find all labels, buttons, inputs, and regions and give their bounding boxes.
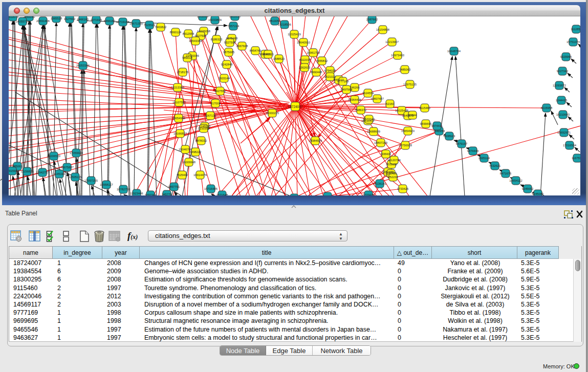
svg-text:6497568: 6497568	[341, 88, 353, 91]
svg-text:26053346: 26053346	[76, 64, 90, 67]
svg-text:12093872: 12093872	[553, 84, 566, 87]
svg-text:1733426: 1733426	[363, 193, 375, 195]
svg-text:885061: 885061	[12, 165, 22, 168]
svg-text:15692971: 15692971	[557, 131, 571, 134]
svg-text:1233358: 1233358	[198, 127, 210, 130]
svg-text:12213967: 12213967	[385, 40, 399, 43]
svg-text:18724007: 18724007	[288, 105, 303, 108]
svg-text:9646821: 9646821	[263, 53, 274, 56]
svg-text:10120746: 10120746	[387, 159, 401, 162]
svg-text:1571648: 1571648	[216, 193, 228, 195]
svg-text:20206533: 20206533	[47, 155, 60, 158]
svg-text:10654112: 10654112	[509, 179, 522, 182]
svg-text:7955812: 7955812	[316, 59, 328, 62]
svg-text:10756928: 10756928	[399, 144, 412, 147]
svg-text:145779: 145779	[322, 195, 332, 195]
svg-text:16543362: 16543362	[189, 39, 202, 42]
svg-text:9457791: 9457791	[168, 185, 180, 188]
svg-text:96844: 96844	[408, 114, 417, 117]
svg-text:16914479: 16914479	[193, 173, 207, 177]
svg-text:1167534: 1167534	[572, 157, 580, 160]
svg-text:10807487: 10807487	[371, 97, 384, 100]
svg-text:1733426: 1733426	[397, 187, 409, 190]
svg-text:391594: 391594	[9, 169, 17, 172]
svg-text:13226058: 13226058	[197, 30, 210, 33]
svg-text:16782759: 16782759	[117, 188, 130, 191]
svg-text:3624554: 3624554	[362, 92, 374, 95]
svg-text:15716485: 15716485	[204, 187, 217, 190]
svg-text:19218506: 19218506	[278, 23, 291, 26]
svg-text:7463822: 7463822	[155, 26, 167, 29]
svg-text:1362615: 1362615	[299, 66, 311, 69]
svg-text:1663809: 1663809	[197, 16, 209, 18]
svg-text:14136141: 14136141	[373, 182, 386, 185]
svg-text:9777169: 9777169	[337, 80, 349, 83]
svg-text:20364436: 20364436	[348, 98, 361, 101]
svg-text:12975135: 12975135	[403, 83, 417, 86]
svg-text:17957255: 17957255	[84, 179, 98, 182]
svg-text:2069140: 2069140	[24, 16, 35, 18]
svg-text:10025438: 10025438	[395, 109, 408, 112]
svg-text:16154808: 16154808	[376, 28, 389, 31]
svg-text:9115460: 9115460	[419, 106, 430, 110]
svg-text:7515521: 7515521	[144, 24, 156, 27]
svg-text:945779: 945779	[162, 193, 171, 195]
svg-text:11325419: 11325419	[288, 33, 300, 36]
svg-text:1015132: 1015132	[386, 163, 398, 166]
svg-text:989018: 989018	[182, 56, 192, 59]
svg-text:6466160: 6466160	[104, 19, 116, 23]
svg-text:11923446: 11923446	[130, 192, 143, 195]
svg-text:3267130: 3267130	[205, 114, 216, 117]
svg-text:12505135: 12505135	[69, 176, 82, 179]
svg-text:2087662: 2087662	[366, 18, 378, 21]
svg-text:18807249: 18807249	[374, 141, 387, 144]
svg-text:1145194: 1145194	[54, 172, 66, 176]
svg-text:3875685: 3875685	[223, 51, 235, 54]
svg-text:16210643: 16210643	[556, 113, 570, 116]
svg-text:11156829: 11156829	[21, 170, 34, 173]
svg-text:17016504: 17016504	[563, 144, 577, 147]
svg-text:8454749: 8454749	[250, 49, 262, 52]
svg-text:9327508: 9327508	[224, 41, 236, 44]
svg-text:10719155: 10719155	[116, 20, 129, 24]
svg-text:19654923: 19654923	[401, 129, 415, 133]
svg-text:8912954: 8912954	[183, 32, 194, 35]
svg-text:8813054: 8813054	[269, 19, 281, 23]
svg-text:16107552: 16107552	[172, 101, 186, 104]
svg-text:7485063: 7485063	[399, 68, 411, 71]
svg-text:2718176: 2718176	[177, 71, 189, 74]
svg-text:15751074: 15751074	[567, 40, 580, 43]
svg-text:10973493: 10973493	[391, 54, 404, 57]
svg-text:12213369: 12213369	[171, 86, 184, 89]
svg-text:8322037: 8322037	[299, 58, 311, 61]
svg-text:1071915: 1071915	[91, 18, 102, 21]
svg-text:16009948: 16009948	[182, 161, 195, 164]
svg-text:2367608: 2367608	[236, 45, 248, 48]
svg-text:19166827: 19166827	[173, 132, 187, 135]
svg-text:8186323: 8186323	[211, 38, 223, 41]
svg-text:1921850: 1921850	[229, 16, 241, 18]
svg-text:7625402: 7625402	[177, 173, 188, 177]
svg-text:1244415: 1244415	[556, 99, 568, 102]
svg-text:9427552: 9427552	[214, 90, 226, 93]
svg-text:9245082: 9245082	[532, 192, 544, 195]
svg-text:9474444: 9474444	[467, 149, 479, 152]
svg-text:9327505: 9327505	[195, 34, 207, 37]
svg-text:19384554: 19384554	[309, 139, 322, 142]
svg-text:908400: 908400	[381, 152, 390, 156]
svg-text:8660124: 8660124	[170, 31, 182, 34]
svg-text:9245652: 9245652	[522, 187, 534, 190]
svg-text:14055714: 14055714	[16, 20, 30, 23]
svg-text:1572040: 1572040	[363, 118, 375, 121]
svg-text:1065528: 1065528	[51, 17, 62, 20]
svg-text:18640910: 18640910	[297, 41, 310, 44]
svg-text:6479197: 6479197	[456, 142, 468, 145]
svg-text:8613074: 8613074	[9, 16, 19, 18]
svg-text:10958117: 10958117	[100, 183, 113, 186]
svg-text:417004: 417004	[210, 102, 221, 105]
svg-text:2603144: 2603144	[219, 77, 230, 80]
svg-text:39975887: 39975887	[60, 166, 74, 169]
svg-text:20691406: 20691406	[36, 19, 50, 23]
svg-text:16671355: 16671355	[129, 22, 143, 25]
svg-text:1352485: 1352485	[385, 172, 397, 175]
